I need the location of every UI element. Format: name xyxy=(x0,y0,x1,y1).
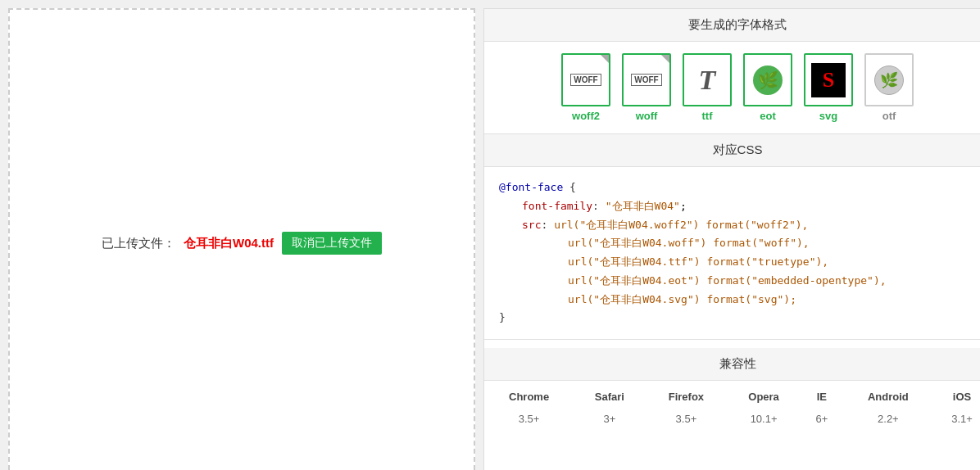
compat-header-chrome: Chrome xyxy=(484,386,574,408)
compat-header-android: Android xyxy=(843,386,933,408)
woff-icon: WOFF xyxy=(622,53,671,106)
compat-header-firefox: Firefox xyxy=(646,386,728,408)
compat-val-chrome: 3.5+ xyxy=(484,408,574,430)
css-title: 对应CSS xyxy=(484,134,980,167)
compat-section: 兼容性 Chrome Safari Firefox Opera IE Andro… xyxy=(484,340,980,430)
ttf-icon: T xyxy=(683,53,732,106)
right-panel: 要生成的字体格式 WOFF woff2 WOFF woff xyxy=(483,8,980,470)
otf-label: otf xyxy=(882,110,896,122)
compat-val-ie: 6+ xyxy=(801,408,843,430)
compat-header-opera: Opera xyxy=(727,386,801,408)
compat-val-ios: 3.1+ xyxy=(933,408,980,430)
woff-label: woff xyxy=(636,110,658,122)
compat-table: Chrome Safari Firefox Opera IE Android i… xyxy=(484,386,980,430)
compat-val-safari: 3+ xyxy=(574,408,645,430)
compat-header-ie: IE xyxy=(801,386,843,408)
svg-icon: S xyxy=(804,53,853,106)
otf-icon: 🌿 xyxy=(864,53,914,106)
compat-header-safari: Safari xyxy=(574,386,645,408)
eot-label: eot xyxy=(760,110,776,122)
formats-title: 要生成的字体格式 xyxy=(484,9,980,42)
woff2-label: woff2 xyxy=(572,110,600,122)
format-ttf[interactable]: T ttf xyxy=(683,53,732,122)
upload-area: 已上传文件： 仓耳非白W04.ttf 取消已上传文件 xyxy=(8,8,475,470)
svg-label: svg xyxy=(819,110,837,122)
ttf-label: ttf xyxy=(702,110,713,122)
uploaded-filename: 仓耳非白W04.ttf xyxy=(184,236,274,251)
format-woff2[interactable]: WOFF woff2 xyxy=(561,53,610,122)
compat-val-android: 2.2+ xyxy=(843,408,933,430)
css-at-rule: @font-face xyxy=(499,181,563,193)
font-formats-container: WOFF woff2 WOFF woff T ttf xyxy=(484,42,980,134)
format-eot[interactable]: 🌿 eot xyxy=(743,53,792,122)
upload-info: 已上传文件： 仓耳非白W04.ttf 取消已上传文件 xyxy=(102,232,382,255)
format-woff[interactable]: WOFF woff xyxy=(622,53,671,122)
compat-values-row: 3.5+ 3+ 3.5+ 10.1+ 6+ 2.2+ 3.1+ xyxy=(484,408,980,430)
css-code-block: @font-face { font-family: "仓耳非白W04"; src… xyxy=(484,167,980,340)
compat-title: 兼容性 xyxy=(484,348,980,381)
woff2-icon: WOFF xyxy=(561,53,610,106)
compat-header-row: Chrome Safari Firefox Opera IE Android i… xyxy=(484,386,980,408)
upload-label: 已上传文件： xyxy=(102,236,175,251)
cancel-upload-button[interactable]: 取消已上传文件 xyxy=(282,232,382,255)
compat-val-opera: 10.1+ xyxy=(727,408,801,430)
compat-val-firefox: 3.5+ xyxy=(646,408,728,430)
format-otf[interactable]: 🌿 otf xyxy=(864,53,914,122)
eot-icon: 🌿 xyxy=(743,53,792,106)
compat-header-ios: iOS xyxy=(933,386,980,408)
format-svg[interactable]: S svg xyxy=(804,53,853,122)
